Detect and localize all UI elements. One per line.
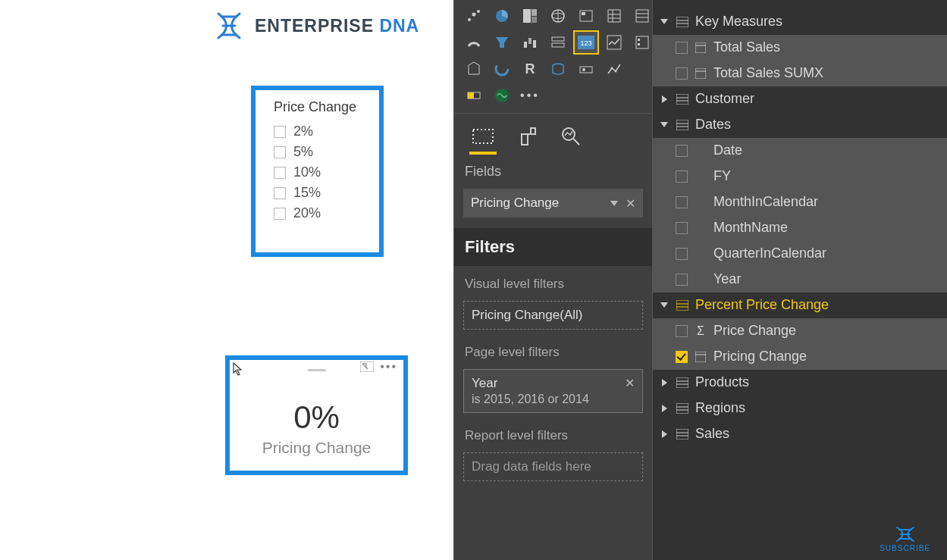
visual-filter[interactable]: Pricing Change(All) bbox=[463, 301, 643, 330]
field-price-change[interactable]: Σ Price Change bbox=[653, 318, 947, 344]
viz-gauge-icon[interactable] bbox=[462, 31, 486, 54]
viz-custom3-icon[interactable] bbox=[602, 58, 626, 80]
table-icon bbox=[676, 17, 689, 27]
svg-point-40 bbox=[582, 68, 585, 71]
more-options-icon[interactable]: ••• bbox=[380, 363, 397, 371]
card-label: Pricing Change bbox=[230, 439, 403, 457]
field-checkbox[interactable] bbox=[676, 274, 688, 286]
viz-custom4-icon[interactable] bbox=[462, 84, 486, 107]
field-checkbox-checked[interactable] bbox=[676, 351, 688, 363]
field-date[interactable]: Date bbox=[653, 138, 947, 164]
field-checkbox[interactable] bbox=[676, 67, 688, 80]
analytics-tab[interactable] bbox=[557, 123, 585, 150]
slicer-option[interactable]: 15% bbox=[274, 183, 361, 203]
viz-custom2-icon[interactable] bbox=[574, 58, 598, 80]
remove-filter-icon[interactable]: ✕ bbox=[625, 376, 635, 390]
viz-donut-icon[interactable] bbox=[490, 58, 514, 80]
svg-point-41 bbox=[611, 67, 613, 70]
drag-grip-icon[interactable] bbox=[308, 369, 326, 371]
checkbox-icon[interactable] bbox=[274, 126, 286, 138]
viz-waterfall-icon[interactable] bbox=[518, 31, 542, 54]
field-well-value: Pricing Change bbox=[471, 196, 559, 211]
viz-globe-icon[interactable] bbox=[546, 5, 570, 27]
measure-icon bbox=[694, 68, 707, 79]
page-filter[interactable]: Year is 2015, 2016 or 2014 ✕ bbox=[463, 369, 643, 413]
viz-funnel-icon[interactable] bbox=[490, 31, 514, 54]
viz-arcgis-icon[interactable] bbox=[546, 58, 570, 80]
viz-more-icon[interactable]: ••• bbox=[518, 84, 542, 107]
checkbox-icon[interactable] bbox=[274, 187, 286, 199]
svg-point-42 bbox=[615, 70, 617, 73]
svg-rect-52 bbox=[695, 42, 706, 53]
svg-rect-70 bbox=[676, 403, 688, 414]
viz-kpi-icon[interactable] bbox=[602, 31, 626, 54]
field-checkbox[interactable] bbox=[676, 248, 688, 260]
field-total-sales[interactable]: Total Sales bbox=[653, 35, 947, 61]
svg-rect-46 bbox=[473, 130, 493, 143]
slicer-option[interactable]: 5% bbox=[274, 142, 361, 162]
card-header[interactable]: ••• bbox=[230, 360, 403, 378]
viz-card-icon[interactable]: 123 bbox=[574, 31, 598, 54]
viz-custom1-icon[interactable] bbox=[462, 58, 486, 80]
field-checkbox[interactable] bbox=[676, 145, 688, 157]
report-canvas: ENTERPRISE DNA Price Change 2% 5% 10% 15… bbox=[0, 0, 453, 560]
checkbox-icon[interactable] bbox=[274, 208, 286, 220]
report-level-filters-label: Report level filters bbox=[454, 418, 652, 448]
checkbox-icon[interactable] bbox=[274, 167, 286, 179]
table-customer[interactable]: Customer bbox=[653, 86, 947, 112]
viz-scatter-icon[interactable] bbox=[462, 5, 486, 27]
table-dates[interactable]: Dates bbox=[653, 112, 947, 138]
svg-rect-17 bbox=[608, 10, 620, 22]
svg-rect-25 bbox=[524, 42, 527, 48]
field-fy[interactable]: FY bbox=[653, 164, 947, 189]
pricing-change-card[interactable]: ••• 0% Pricing Change bbox=[225, 355, 408, 475]
viz-r-icon[interactable]: R bbox=[518, 58, 542, 80]
field-month-in-calendar[interactable]: MonthInCalendar bbox=[653, 189, 947, 215]
svg-rect-56 bbox=[676, 94, 688, 105]
viz-treemap-icon[interactable] bbox=[518, 5, 542, 27]
field-checkbox[interactable] bbox=[676, 196, 688, 208]
table-regions[interactable]: Regions bbox=[653, 396, 947, 421]
slicer-option[interactable]: 2% bbox=[274, 121, 361, 142]
field-pricing-change[interactable]: Pricing Change bbox=[653, 344, 947, 370]
card-value: 0% bbox=[230, 399, 403, 436]
field-month-name[interactable]: MonthName bbox=[653, 215, 947, 241]
report-filter-dropzone[interactable]: Drag data fields here bbox=[463, 452, 643, 481]
svg-rect-21 bbox=[636, 10, 648, 22]
svg-rect-33 bbox=[636, 36, 648, 48]
filters-header: Filters bbox=[454, 228, 652, 266]
slicer-option[interactable]: 10% bbox=[274, 162, 361, 183]
viz-table-icon[interactable] bbox=[630, 5, 654, 27]
table-percent-price-change[interactable]: Percent Price Change bbox=[653, 293, 947, 318]
slicer-option[interactable]: 20% bbox=[274, 203, 361, 224]
viz-multirow-icon[interactable] bbox=[546, 31, 570, 54]
field-well[interactable]: Pricing Change ✕ bbox=[463, 189, 643, 217]
table-key-measures[interactable]: Key Measures bbox=[653, 9, 947, 35]
field-total-sales-sumx[interactable]: Total Sales SUMX bbox=[653, 61, 947, 86]
focus-mode-icon[interactable] bbox=[360, 361, 374, 372]
field-year[interactable]: Year bbox=[653, 267, 947, 293]
subscribe-badge[interactable]: SUBSCRIBE bbox=[880, 524, 930, 552]
svg-rect-59 bbox=[676, 120, 688, 130]
checkbox-icon[interactable] bbox=[274, 146, 286, 158]
table-products[interactable]: Products bbox=[653, 370, 947, 396]
format-tab[interactable] bbox=[513, 123, 541, 150]
fields-tab[interactable] bbox=[469, 123, 497, 150]
field-checkbox[interactable] bbox=[676, 42, 688, 54]
fields-label: Fields bbox=[454, 150, 652, 184]
field-checkbox[interactable] bbox=[676, 325, 688, 337]
viz-pie-icon[interactable] bbox=[490, 5, 514, 27]
price-change-slicer[interactable]: Price Change 2% 5% 10% 15% 20% bbox=[251, 86, 384, 257]
remove-field-icon[interactable]: ✕ bbox=[626, 196, 635, 211]
field-checkbox[interactable] bbox=[676, 222, 688, 234]
viz-filledmap-icon[interactable] bbox=[574, 5, 598, 27]
measure-icon bbox=[694, 352, 707, 362]
chevron-down-icon[interactable] bbox=[610, 201, 618, 206]
field-quarter-in-calendar[interactable]: QuarterInCalendar bbox=[653, 241, 947, 267]
svg-rect-54 bbox=[695, 68, 706, 79]
table-sales[interactable]: Sales bbox=[653, 421, 947, 447]
viz-custom5-icon[interactable] bbox=[490, 84, 514, 107]
viz-slicer-icon[interactable] bbox=[630, 31, 654, 54]
viz-matrix-icon[interactable] bbox=[602, 5, 626, 27]
field-checkbox[interactable] bbox=[676, 171, 688, 183]
